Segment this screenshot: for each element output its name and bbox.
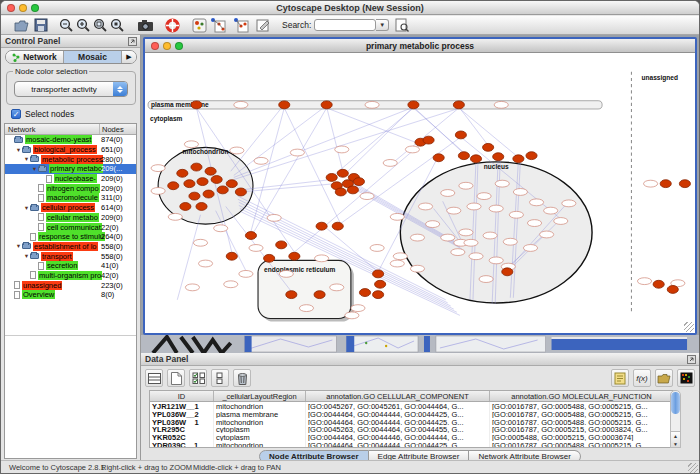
network-node-red[interactable] [375, 280, 386, 288]
attribute-table[interactable]: ID_cellularLayoutRegionannotation.GO CEL… [149, 390, 675, 448]
network-node[interactable] [562, 200, 576, 207]
network-tree-row[interactable]: secretion41(0) [5, 261, 136, 271]
network-node-red[interactable] [353, 178, 364, 186]
network-node-red[interactable] [184, 180, 195, 188]
network-node-red[interactable] [526, 152, 537, 160]
node-color-dropdown[interactable]: transporter activity [14, 81, 128, 97]
network-node[interactable] [224, 281, 238, 288]
network-node[interactable] [330, 284, 344, 291]
network-tree-row[interactable]: multi-organism pro42(0) [5, 271, 136, 281]
table-cell[interactable]: [GO:0044464, GO:0044444, GO:0044425, G..… [306, 410, 490, 418]
network-view-titlebar[interactable]: primary metabolic process [145, 39, 695, 53]
network-node[interactable] [214, 225, 228, 232]
window-resize-grip[interactable] [688, 463, 698, 473]
network-node[interactable] [390, 213, 404, 220]
network-node-red[interactable] [191, 101, 202, 109]
table-cell[interactable]: [GO:0016787, GO:0005215, GO:0003824, G..… [490, 425, 674, 433]
table-row[interactable]: YKR052Ccytoplasm[GO:0044464, GO:0044446,… [150, 433, 674, 441]
network-node-red[interactable] [453, 101, 464, 109]
column-header[interactable]: annotation.GO CELLULAR_COMPONENT [306, 391, 490, 401]
tree-expander-icon[interactable]: ▼ [23, 205, 30, 211]
network-tree-row[interactable]: ▼establishment of lo558(0) [5, 242, 136, 252]
network-node[interactable] [254, 157, 268, 164]
network-node-red[interactable] [332, 222, 343, 230]
network-node-red[interactable] [264, 254, 275, 262]
table-cell[interactable]: [GO:0044464, GO:0044444, GO:0044425, G..… [306, 441, 490, 448]
network-node[interactable] [459, 182, 473, 189]
import-attributes-icon[interactable] [655, 369, 673, 387]
network-node-red[interactable] [226, 252, 237, 260]
scrollbar-arrows[interactable]: ▲▼ [670, 431, 681, 448]
network-node[interactable] [637, 278, 651, 285]
table-cell[interactable]: YPL036W__1 [150, 418, 214, 426]
network-node-red[interactable] [196, 203, 207, 211]
network-node[interactable] [644, 180, 658, 187]
network-node[interactable] [477, 193, 491, 200]
network-node[interactable] [193, 239, 207, 246]
network-node-red[interactable] [235, 188, 246, 196]
network-node-red[interactable] [279, 101, 290, 109]
network-node[interactable] [290, 149, 304, 156]
layout-alt-icon[interactable] [232, 17, 249, 34]
network-tree-row[interactable]: ▼cellular process614(0) [5, 203, 136, 213]
table-cell[interactable]: YPL036W__2 [150, 410, 214, 418]
network-node[interactable] [544, 207, 558, 214]
network-node[interactable] [249, 245, 263, 252]
select-nodes-checkbox[interactable]: ✓ [11, 109, 21, 119]
network-node-red[interactable] [513, 155, 524, 163]
network-node-red[interactable] [653, 280, 664, 288]
table-row[interactable]: YPL036W__2plasma membrane[GO:0044464, GO… [150, 410, 674, 418]
network-node-red[interactable] [373, 291, 384, 299]
table-icon[interactable] [145, 369, 163, 387]
network-node[interactable] [523, 245, 537, 252]
network-node[interactable] [495, 180, 509, 187]
table-cell[interactable]: YLR295C [150, 425, 214, 433]
network-node-red[interactable] [180, 203, 191, 211]
table-row[interactable]: YDR039C__1mitochondrion[GO:0044464, GO:0… [150, 441, 674, 448]
zoom-in-icon[interactable] [75, 17, 92, 34]
table-row[interactable]: YLR295Ccytoplasm[GO:0045263, GO:0044464,… [150, 425, 674, 433]
network-node[interactable] [351, 305, 365, 312]
network-tree-row[interactable]: cell communicat22(0) [5, 222, 136, 232]
network-node-red[interactable] [667, 286, 678, 294]
zoom-selected-icon[interactable] [109, 17, 126, 34]
snapshot-icon[interactable] [137, 17, 154, 34]
network-node[interactable] [426, 221, 440, 228]
search-options-icon[interactable] [393, 17, 410, 34]
table-cell[interactable]: [GO:0016787, GO:0005488, GO:0005215, G..… [490, 402, 674, 410]
tab-mosaic[interactable]: Mosaic [64, 51, 122, 63]
network-node-red[interactable] [316, 222, 327, 230]
network-node[interactable] [489, 257, 503, 264]
table-cell[interactable]: YDR039C__1 [150, 441, 214, 448]
tab-network[interactable]: Network [6, 51, 64, 63]
table-cell[interactable]: [GO:0044464, GO:0044446, GO:0044444, G..… [306, 433, 490, 441]
table-cell[interactable]: mitochondrion [214, 402, 306, 410]
column-header[interactable]: _cellularLayoutRegion [214, 391, 306, 401]
network-tree-row[interactable]: ▼primary metabo209(... [5, 164, 136, 174]
network-node[interactable] [279, 270, 293, 277]
table-cell[interactable]: [GO:0005488, GO:0005215, GO:0003674] [490, 433, 674, 441]
network-node[interactable] [489, 205, 503, 212]
network-tree-row[interactable]: ▼metabolic process280(0) [5, 154, 136, 164]
network-node[interactable] [494, 101, 508, 108]
table-cell[interactable]: [GO:0016787, GO:0005488, GO:0005215, G..… [490, 441, 674, 448]
delete-attribute-icon[interactable] [233, 369, 251, 387]
network-node[interactable] [315, 255, 329, 262]
vizmapper-icon[interactable] [191, 17, 208, 34]
table-cell[interactable]: [GO:0044464, GO:0044444, GO:0044425, G..… [306, 418, 490, 426]
network-node-red[interactable] [289, 252, 300, 260]
network-node[interactable] [151, 165, 165, 172]
network-node[interactable] [234, 101, 248, 108]
network-node[interactable] [360, 193, 374, 200]
network-node-red[interactable] [286, 291, 297, 299]
network-tree-row[interactable]: nucleobase-209(0) [5, 174, 136, 184]
network-node[interactable] [483, 232, 497, 239]
network-node[interactable] [383, 160, 397, 167]
network-node[interactable] [184, 141, 198, 148]
network-node-red[interactable] [493, 153, 504, 161]
network-node[interactable] [418, 203, 432, 210]
search-input[interactable] [314, 19, 376, 31]
network-node[interactable] [239, 270, 253, 277]
frame-resize-grip[interactable] [684, 322, 694, 332]
network-node[interactable] [168, 213, 182, 220]
